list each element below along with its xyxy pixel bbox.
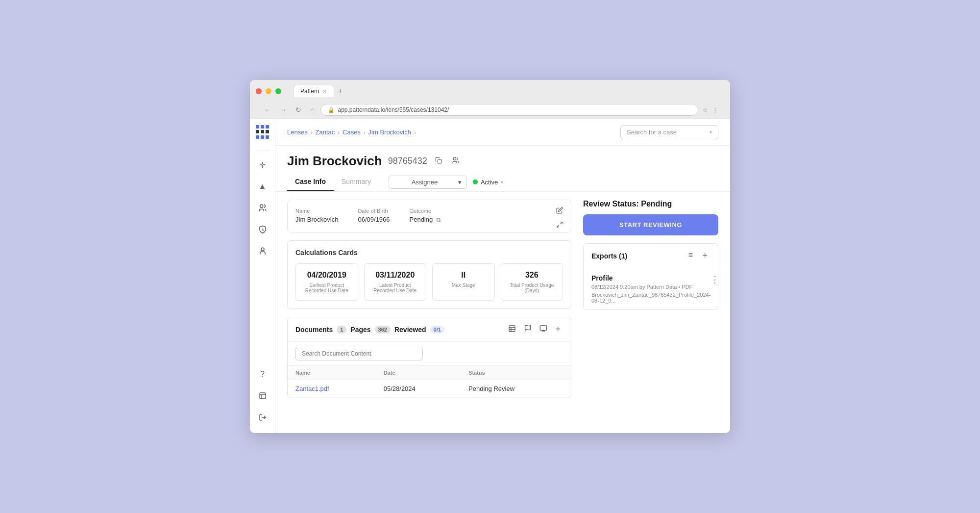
docs-header: Documents 1 Pages 362 Reviewed 0/1: [288, 317, 571, 342]
outcome-copy-icon[interactable]: ⧉: [435, 216, 442, 224]
download-icon[interactable]: [537, 323, 550, 335]
sidebar-divider: [256, 151, 270, 151]
search-case-dropdown[interactable]: Search for a case ▾: [620, 125, 718, 139]
docs-icons: +: [506, 323, 563, 335]
add-export-button[interactable]: +: [700, 250, 710, 262]
list-view-icon[interactable]: [506, 323, 518, 335]
svg-point-8: [453, 157, 456, 160]
pages-count-badge: 362: [375, 326, 391, 333]
assignee-chevron-icon: ▾: [458, 179, 462, 186]
dob-value: 06/09/1966: [358, 216, 390, 223]
svg-point-2: [261, 248, 264, 251]
cloud-upload-icon[interactable]: ▲: [254, 178, 271, 195]
home-button[interactable]: ⌂: [308, 105, 317, 115]
calculations-title: Calculations Cards: [295, 249, 563, 256]
exports-actions: +: [684, 250, 710, 262]
outcome-label: Outcome: [410, 208, 442, 214]
sidebar: ✛ ▲ S ?: [250, 119, 275, 433]
breadcrumb-jim[interactable]: Jim Brockovich: [368, 128, 411, 136]
calc-val-2: II: [440, 271, 488, 280]
menu-icon[interactable]: ⋮: [712, 106, 718, 114]
people-icon[interactable]: [450, 155, 462, 167]
expand-icon[interactable]: [554, 220, 565, 231]
main-content: Lenses › Zantac › Cases › Jim Brockovich…: [275, 119, 730, 433]
status-label: Active: [481, 179, 498, 186]
help-icon[interactable]: ?: [254, 365, 271, 383]
name-field: Name Jim Brockovich: [295, 208, 338, 224]
calc-card-1: 03/11/2020 Latest Product Recorded Use D…: [364, 263, 427, 301]
tab-close-icon[interactable]: ✕: [322, 88, 327, 95]
close-button[interactable]: [256, 88, 262, 94]
app-header: Lenses › Zantac › Cases › Jim Brockovich…: [275, 119, 730, 146]
svg-line-10: [557, 225, 559, 227]
export-item-0: Profile 08/12/2024 9:20am by Pattern Dat…: [584, 268, 718, 309]
svg-rect-7: [438, 159, 441, 163]
new-tab-button[interactable]: +: [338, 87, 343, 96]
svg-text:S: S: [261, 228, 264, 231]
dob-field: Date of Birth 06/09/1966: [358, 208, 390, 224]
tab-case-info[interactable]: Case Info: [287, 173, 334, 191]
calc-card-0: 04/20/2019 Earliest Product Recorded Use…: [295, 263, 358, 301]
export-item-content: Profile 08/12/2024 9:20am by Pattern Dat…: [591, 274, 710, 304]
flag-icon[interactable]: [521, 323, 534, 335]
sidebar-bottom: ?: [254, 364, 271, 427]
documents-label: Documents: [295, 326, 333, 333]
crosshair-icon[interactable]: ✛: [254, 156, 271, 174]
svg-rect-16: [540, 326, 547, 330]
tab-summary[interactable]: Summary: [334, 173, 379, 191]
col-status: Status: [461, 366, 571, 380]
minimize-button[interactable]: [266, 88, 271, 94]
name-value: Jim Brockovich: [295, 216, 338, 223]
calc-val-0: 04/20/2019: [303, 271, 351, 280]
browser-tab[interactable]: Pattern ✕: [293, 85, 334, 97]
case-id: 98765432: [388, 156, 427, 166]
export-meta: 08/12/2024 9:20am by Pattern Data • PDF: [591, 284, 710, 290]
shield-icon[interactable]: S: [254, 221, 271, 238]
app-logo: [256, 125, 270, 139]
name-label: Name: [295, 208, 338, 214]
info-card: Name Jim Brockovich Date of Birth 06/09/…: [287, 200, 571, 232]
info-card-actions: [554, 206, 565, 231]
breadcrumb-lenses[interactable]: Lenses: [287, 128, 308, 136]
assignee-select[interactable]: Assignee ▾: [389, 176, 467, 189]
breadcrumb-zantac[interactable]: Zantac: [316, 128, 335, 136]
export-file: Brockovich_Jim_Zantac_98765432_Profile_2…: [591, 292, 710, 304]
export-menu-button[interactable]: ⋮: [710, 274, 718, 285]
calc-card-2: II Max Stage: [432, 263, 495, 301]
exports-header: Exports (1) +: [584, 244, 718, 268]
right-column: Review Status: Pending START REVIEWING E…: [571, 200, 718, 398]
bookmark-icon[interactable]: ☆: [702, 106, 708, 114]
edit-icon[interactable]: [554, 206, 565, 216]
doc-name-link[interactable]: Zantac1.pdf: [295, 385, 329, 392]
case-title: Jim Brockovich: [287, 154, 382, 169]
breadcrumb-sep3: ›: [364, 129, 366, 135]
logout-icon[interactable]: [254, 409, 271, 426]
doc-date: 05/28/2024: [376, 380, 461, 398]
search-doc-input[interactable]: [295, 347, 423, 360]
address-bar[interactable]: 🔒 app.patterndata.io/lens/555/cases/1310…: [320, 104, 698, 116]
person-icon[interactable]: [254, 242, 271, 260]
case-tabs: Case Info Summary Assignee ▾ Active ▾: [275, 173, 730, 192]
exports-section: Exports (1) + Profile: [583, 243, 718, 310]
back-button[interactable]: ←: [262, 105, 273, 115]
maximize-button[interactable]: [275, 88, 281, 94]
people-icon[interactable]: [254, 199, 271, 217]
svg-rect-11: [509, 326, 515, 332]
start-reviewing-button[interactable]: START REVIEWING: [583, 214, 718, 235]
status-dot: [473, 180, 478, 184]
svg-line-9: [560, 222, 562, 224]
svg-rect-3: [260, 393, 266, 399]
filter-icon[interactable]: [684, 251, 696, 261]
copy-id-button[interactable]: [433, 156, 444, 166]
calc-val-3: 326: [508, 271, 556, 280]
outcome-text: Pending: [410, 216, 433, 223]
pages-label: Pages: [350, 326, 370, 333]
add-doc-button[interactable]: +: [553, 323, 563, 335]
reload-button[interactable]: ↻: [293, 105, 304, 115]
forward-button[interactable]: →: [277, 105, 289, 115]
calculations-section: Calculations Cards 04/20/2019 Earliest P…: [287, 240, 571, 309]
breadcrumb-cases[interactable]: Cases: [343, 128, 361, 136]
calc-lbl-3: Total Product Usage (Days): [508, 282, 556, 293]
book-icon[interactable]: [254, 387, 271, 405]
reviewed-count-badge: 0/1: [430, 326, 444, 333]
